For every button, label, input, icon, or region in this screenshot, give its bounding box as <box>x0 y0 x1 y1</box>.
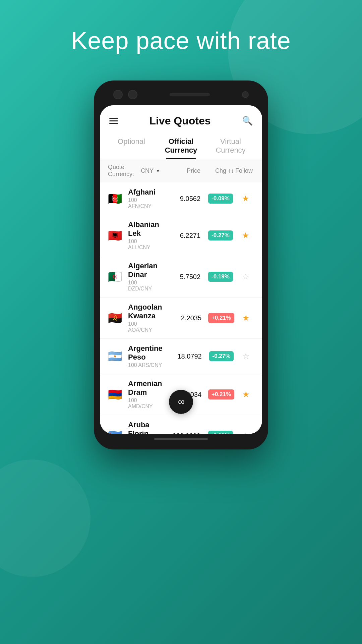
menu-icon[interactable] <box>109 118 118 124</box>
chg-column-header[interactable]: Chg ↑↓ <box>200 167 234 174</box>
app-screen: Live Quotes 🔍 Optional Official Currency… <box>100 105 262 434</box>
currency-chg-badge: +0.21% <box>205 313 238 323</box>
column-header-row: Quote Currency: CNY ▼ Price Chg ↑↓ Follo… <box>100 159 262 182</box>
currency-chg-badge: -0.19% <box>204 272 237 282</box>
currency-price: 382.0899 <box>160 432 200 434</box>
chg-value: -0.09% <box>208 194 233 204</box>
chg-value: -0.27% <box>208 230 233 240</box>
follow-star-icon[interactable]: ★ <box>238 390 254 399</box>
flag-icon: 🇦🇲 <box>108 387 123 402</box>
currency-code: 100 ALL/CNY <box>128 238 160 251</box>
app-title: Live Quotes <box>149 115 210 127</box>
tab-bar: Optional Official Currency Virtual Curre… <box>100 132 262 159</box>
flag-emoji: 🇩🇿 <box>108 270 122 283</box>
flag-emoji: 🇦🇷 <box>108 350 122 363</box>
phone-bottom <box>100 434 262 442</box>
currency-chg-badge: -0.27% <box>204 230 237 240</box>
flag-icon: 🇦🇱 <box>108 228 123 243</box>
currency-code: 100 AOA/CNY <box>128 321 162 333</box>
currency-chg-badge: -0.69% <box>204 431 237 434</box>
list-item[interactable]: 🇦🇴 Angoolan Kwanza 100 AOA/CNY 2.2035 +0… <box>100 298 262 339</box>
currency-chg-badge: -0.27% <box>205 351 238 361</box>
tab-optional[interactable]: Optional <box>107 132 156 159</box>
currency-name: Armenian Dram <box>128 379 162 397</box>
quote-currency-value[interactable]: CNY <box>141 167 154 174</box>
currency-name: Afghani <box>128 188 160 197</box>
currency-name: Algerian Dinar <box>128 262 160 279</box>
currency-name: Angoolan Kwanza <box>128 303 162 320</box>
flag-icon: 🇦🇷 <box>108 349 123 364</box>
currency-chg-badge: -0.09% <box>204 194 237 204</box>
list-item[interactable]: 🇦🇱 Albanian Lek 100 ALL/CNY 6.2271 -0.27… <box>100 215 262 256</box>
currency-code: 100 DZD/CNY <box>128 280 160 292</box>
phone-home-bar <box>154 438 208 440</box>
phone-top-bar <box>100 87 262 105</box>
app-header: Live Quotes 🔍 <box>100 105 262 132</box>
phone-cameras <box>113 90 137 99</box>
currency-price: 6.2271 <box>160 232 200 239</box>
list-item[interactable]: 🇦🇫 Afghani 100 AFN/CNY 9.0562 -0.09% ★ <box>100 182 262 215</box>
tab-virtual-currency[interactable]: Virtual Currency <box>206 132 255 159</box>
infinity-icon: ∞ <box>178 396 184 407</box>
chg-value: -0.27% <box>209 351 234 361</box>
follow-star-icon[interactable]: ★ <box>237 231 254 240</box>
flag-emoji: 🇦🇱 <box>108 229 122 242</box>
currency-price: 2.2035 <box>162 314 201 322</box>
currency-name: Argentine Peso <box>128 344 163 362</box>
follow-star-icon[interactable]: ☆ <box>237 431 254 434</box>
currency-info: Angoolan Kwanza 100 AOA/CNY <box>128 303 162 333</box>
flag-icon: 🇦🇫 <box>108 191 123 206</box>
quote-currency-label: Quote Currency: CNY ▼ <box>108 164 160 178</box>
phone-shell: Live Quotes 🔍 Optional Official Currency… <box>94 80 268 449</box>
currency-info: Argentine Peso 100 ARS/CNY <box>128 344 163 368</box>
follow-star-icon[interactable]: ★ <box>238 313 254 323</box>
search-icon[interactable]: 🔍 <box>242 116 253 126</box>
currency-info: Albanian Lek 100 ALL/CNY <box>128 220 160 251</box>
quote-currency-text: Quote Currency: <box>108 164 139 178</box>
currency-chg-badge: +0.21% <box>205 389 238 399</box>
follow-column-header: Follow <box>234 167 254 174</box>
phone-front-camera <box>242 91 249 98</box>
flag-emoji: 🇦🇼 <box>108 429 122 434</box>
phone-speaker <box>170 93 210 96</box>
currency-name: Aruba Florin <box>128 421 160 434</box>
flag-emoji: 🇦🇫 <box>108 192 122 205</box>
follow-star-icon[interactable]: ☆ <box>238 352 254 361</box>
follow-star-icon[interactable]: ☆ <box>237 272 254 281</box>
currency-info: Aruba Florin 100 AWG/CNY <box>128 421 160 434</box>
currency-price: 18.0792 <box>163 353 202 360</box>
currency-code: 100 AFN/CNY <box>128 197 160 209</box>
flag-emoji: 🇦🇴 <box>108 312 122 324</box>
currency-name: Albanian Lek <box>128 220 160 238</box>
chg-value: +0.21% <box>208 313 234 323</box>
chg-value: +0.21% <box>208 389 234 399</box>
list-item[interactable]: 🇩🇿 Algerian Dinar 100 DZD/CNY 5.7502 -0.… <box>100 256 262 298</box>
currency-price: 5.7502 <box>160 273 200 281</box>
flag-icon: 🇦🇴 <box>108 311 123 325</box>
currency-price: 9.0562 <box>160 195 200 203</box>
dropdown-arrow-icon[interactable]: ▼ <box>156 168 160 173</box>
tab-official-currency[interactable]: Official Currency <box>156 132 206 159</box>
hero-title: Keep pace with rate <box>0 27 362 54</box>
price-column-header: Price <box>160 167 200 174</box>
currency-code: 100 AMD/CNY <box>128 397 162 410</box>
chg-value: -0.69% <box>208 431 233 434</box>
flag-icon: 🇦🇼 <box>108 428 123 434</box>
chg-value: -0.19% <box>208 272 233 282</box>
flag-emoji: 🇦🇲 <box>108 388 122 401</box>
currency-info: Afghani 100 AFN/CNY <box>128 188 160 209</box>
list-item[interactable]: 🇦🇼 Aruba Florin 100 AWG/CNY 382.0899 -0.… <box>100 415 262 434</box>
phone-camera-right <box>128 90 137 99</box>
list-item[interactable]: 🇦🇷 Argentine Peso 100 ARS/CNY 18.0792 -0… <box>100 339 262 374</box>
phone-camera-left <box>113 90 123 99</box>
fab-button[interactable]: ∞ <box>169 390 193 414</box>
currency-info: Armenian Dram 100 AMD/CNY <box>128 379 162 410</box>
flag-icon: 🇩🇿 <box>108 269 123 284</box>
follow-star-icon[interactable]: ★ <box>237 194 254 203</box>
currency-info: Algerian Dinar 100 DZD/CNY <box>128 262 160 292</box>
currency-code: 100 ARS/CNY <box>128 362 163 368</box>
